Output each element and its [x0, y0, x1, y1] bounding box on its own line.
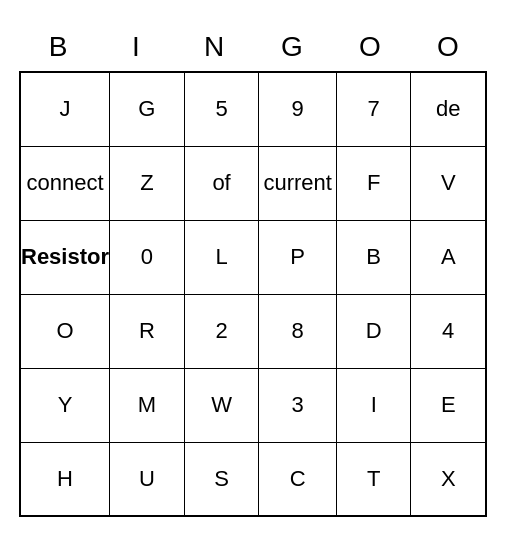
table-cell: 5 [184, 72, 259, 146]
table-cell: U [110, 442, 185, 516]
table-cell: H [20, 442, 110, 516]
table-cell: V [411, 146, 486, 220]
table-row: YMW3IE [20, 368, 486, 442]
table-cell: Z [110, 146, 185, 220]
table-cell: P [259, 220, 337, 294]
bingo-grid: JG597deconnectZofcurrentFVResistor0LPBAO… [19, 71, 487, 517]
table-cell: A [411, 220, 486, 294]
table-cell: 2 [184, 294, 259, 368]
table-cell: 9 [259, 72, 337, 146]
table-cell: Resistor [20, 220, 110, 294]
table-cell: 4 [411, 294, 486, 368]
table-cell: 7 [336, 72, 411, 146]
table-cell: W [184, 368, 259, 442]
table-cell: G [110, 72, 185, 146]
table-cell: T [336, 442, 411, 516]
table-cell: X [411, 442, 486, 516]
table-cell: current [259, 146, 337, 220]
header-cell: B [19, 27, 97, 67]
table-cell: L [184, 220, 259, 294]
table-cell: M [110, 368, 185, 442]
table-cell: B [336, 220, 411, 294]
bingo-header: BINGOO [19, 27, 487, 67]
table-cell: J [20, 72, 110, 146]
header-cell: O [409, 27, 487, 67]
header-cell: N [175, 27, 253, 67]
table-cell: F [336, 146, 411, 220]
table-cell: 8 [259, 294, 337, 368]
table-cell: E [411, 368, 486, 442]
table-cell: 3 [259, 368, 337, 442]
table-row: OR28D4 [20, 294, 486, 368]
table-cell: R [110, 294, 185, 368]
table-row: Resistor0LPBA [20, 220, 486, 294]
table-row: HUSCTX [20, 442, 486, 516]
bingo-card: BINGOO JG597deconnectZofcurrentFVResisto… [19, 27, 487, 517]
table-cell: Y [20, 368, 110, 442]
table-cell: 0 [110, 220, 185, 294]
table-cell: I [336, 368, 411, 442]
header-cell: O [331, 27, 409, 67]
table-cell: S [184, 442, 259, 516]
table-row: connectZofcurrentFV [20, 146, 486, 220]
header-cell: G [253, 27, 331, 67]
table-row: JG597de [20, 72, 486, 146]
table-cell: D [336, 294, 411, 368]
table-cell: O [20, 294, 110, 368]
table-cell: of [184, 146, 259, 220]
table-cell: connect [20, 146, 110, 220]
table-cell: C [259, 442, 337, 516]
header-cell: I [97, 27, 175, 67]
table-cell: de [411, 72, 486, 146]
